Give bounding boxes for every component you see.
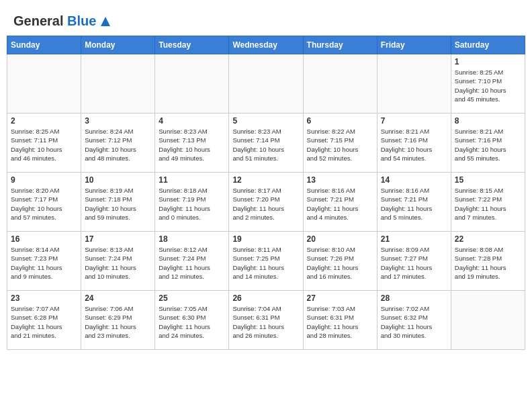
calendar-cell — [303, 54, 377, 113]
day-info: Sunrise: 8:10 AM Sunset: 7:26 PM Dayligh… — [307, 245, 373, 281]
calendar-cell: 1Sunrise: 8:25 AM Sunset: 7:10 PM Daylig… — [451, 54, 525, 113]
day-info: Sunrise: 8:21 AM Sunset: 7:16 PM Dayligh… — [381, 127, 447, 163]
day-number: 7 — [381, 116, 447, 126]
day-number: 23 — [11, 293, 77, 303]
day-info: Sunrise: 8:21 AM Sunset: 7:16 PM Dayligh… — [455, 127, 521, 163]
day-info: Sunrise: 7:04 AM Sunset: 6:31 PM Dayligh… — [232, 304, 299, 340]
calendar-cell: 25Sunrise: 7:05 AM Sunset: 6:30 PM Dayli… — [155, 291, 229, 350]
calendar-cell — [81, 54, 155, 113]
calendar-week-row: 2Sunrise: 8:25 AM Sunset: 7:11 PM Daylig… — [7, 113, 525, 173]
calendar-week-row: 16Sunrise: 8:14 AM Sunset: 7:23 PM Dayli… — [7, 232, 525, 291]
day-number: 28 — [381, 293, 447, 303]
day-number: 24 — [85, 293, 151, 303]
logo: General Blue — [13, 13, 113, 29]
calendar-cell — [7, 54, 81, 113]
day-number: 1 — [455, 57, 521, 66]
calendar-cell: 11Sunrise: 8:18 AM Sunset: 7:19 PM Dayli… — [155, 173, 229, 232]
calendar-header-wednesday: Wednesday — [229, 36, 303, 54]
day-info: Sunrise: 8:09 AM Sunset: 7:27 PM Dayligh… — [381, 245, 447, 281]
calendar-cell: 10Sunrise: 8:19 AM Sunset: 7:18 PM Dayli… — [81, 173, 155, 232]
day-number: 11 — [159, 175, 225, 185]
day-info: Sunrise: 7:02 AM Sunset: 6:32 PM Dayligh… — [381, 304, 447, 340]
calendar-cell: 24Sunrise: 7:06 AM Sunset: 6:29 PM Dayli… — [81, 291, 155, 350]
calendar-cell: 3Sunrise: 8:24 AM Sunset: 7:12 PM Daylig… — [81, 113, 155, 173]
calendar-cell: 18Sunrise: 8:12 AM Sunset: 7:24 PM Dayli… — [155, 232, 229, 291]
day-number: 4 — [159, 116, 225, 126]
logo-text: General Blue — [13, 13, 96, 29]
calendar-header-saturday: Saturday — [451, 36, 525, 54]
calendar-cell: 13Sunrise: 8:16 AM Sunset: 7:21 PM Dayli… — [303, 173, 377, 232]
calendar-cell: 15Sunrise: 8:15 AM Sunset: 7:22 PM Dayli… — [451, 173, 525, 232]
day-number: 16 — [11, 234, 77, 244]
calendar-cell: 20Sunrise: 8:10 AM Sunset: 7:26 PM Dayli… — [303, 232, 377, 291]
day-info: Sunrise: 8:16 AM Sunset: 7:21 PM Dayligh… — [381, 186, 447, 222]
calendar-header-sunday: Sunday — [7, 36, 81, 54]
day-number: 14 — [381, 175, 447, 185]
calendar-cell: 28Sunrise: 7:02 AM Sunset: 6:32 PM Dayli… — [377, 291, 451, 350]
calendar-cell: 17Sunrise: 8:13 AM Sunset: 7:24 PM Dayli… — [81, 232, 155, 291]
calendar-cell: 22Sunrise: 8:08 AM Sunset: 7:28 PM Dayli… — [451, 232, 525, 291]
calendar-header-thursday: Thursday — [303, 36, 377, 54]
calendar-cell: 14Sunrise: 8:16 AM Sunset: 7:21 PM Dayli… — [377, 173, 451, 232]
day-info: Sunrise: 8:11 AM Sunset: 7:25 PM Dayligh… — [232, 245, 299, 281]
calendar-header-monday: Monday — [81, 36, 155, 54]
day-info: Sunrise: 8:17 AM Sunset: 7:20 PM Dayligh… — [232, 186, 299, 222]
calendar-cell: 16Sunrise: 8:14 AM Sunset: 7:23 PM Dayli… — [7, 232, 81, 291]
day-number: 13 — [307, 175, 373, 185]
calendar-header-row: SundayMondayTuesdayWednesdayThursdayFrid… — [7, 36, 525, 54]
day-number: 22 — [455, 234, 521, 244]
day-number: 15 — [455, 175, 521, 185]
day-info: Sunrise: 7:07 AM Sunset: 6:28 PM Dayligh… — [11, 304, 77, 340]
day-info: Sunrise: 8:23 AM Sunset: 7:14 PM Dayligh… — [232, 127, 299, 163]
calendar-cell — [155, 54, 229, 113]
day-number: 27 — [307, 293, 373, 303]
day-info: Sunrise: 8:19 AM Sunset: 7:18 PM Dayligh… — [85, 186, 151, 222]
calendar-week-row: 1Sunrise: 8:25 AM Sunset: 7:10 PM Daylig… — [7, 54, 525, 113]
day-number: 12 — [232, 175, 299, 185]
calendar-table: SundayMondayTuesdayWednesdayThursdayFrid… — [7, 36, 525, 350]
calendar-header-friday: Friday — [377, 36, 451, 54]
calendar-cell: 23Sunrise: 7:07 AM Sunset: 6:28 PM Dayli… — [7, 291, 81, 350]
day-info: Sunrise: 8:14 AM Sunset: 7:23 PM Dayligh… — [11, 245, 77, 281]
day-number: 20 — [307, 234, 373, 244]
day-info: Sunrise: 8:25 AM Sunset: 7:10 PM Dayligh… — [455, 68, 521, 103]
calendar-cell: 2Sunrise: 8:25 AM Sunset: 7:11 PM Daylig… — [7, 113, 81, 173]
day-number: 2 — [11, 116, 77, 126]
day-info: Sunrise: 7:05 AM Sunset: 6:30 PM Dayligh… — [159, 304, 225, 340]
day-info: Sunrise: 8:23 AM Sunset: 7:13 PM Dayligh… — [159, 127, 225, 163]
day-info: Sunrise: 8:25 AM Sunset: 7:11 PM Dayligh… — [11, 127, 77, 163]
calendar-cell: 26Sunrise: 7:04 AM Sunset: 6:31 PM Dayli… — [229, 291, 303, 350]
calendar-week-row: 9Sunrise: 8:20 AM Sunset: 7:17 PM Daylig… — [7, 173, 525, 232]
calendar-cell: 7Sunrise: 8:21 AM Sunset: 7:16 PM Daylig… — [377, 113, 451, 173]
calendar-cell — [451, 291, 525, 350]
day-info: Sunrise: 8:15 AM Sunset: 7:22 PM Dayligh… — [455, 186, 521, 222]
day-number: 10 — [85, 175, 151, 185]
day-number: 8 — [455, 116, 521, 126]
calendar-cell: 27Sunrise: 7:03 AM Sunset: 6:31 PM Dayli… — [303, 291, 377, 350]
day-info: Sunrise: 8:22 AM Sunset: 7:15 PM Dayligh… — [307, 127, 373, 163]
day-info: Sunrise: 8:08 AM Sunset: 7:28 PM Dayligh… — [455, 245, 521, 281]
calendar-week-row: 23Sunrise: 7:07 AM Sunset: 6:28 PM Dayli… — [7, 291, 525, 350]
day-info: Sunrise: 8:12 AM Sunset: 7:24 PM Dayligh… — [159, 245, 225, 281]
calendar-cell: 5Sunrise: 8:23 AM Sunset: 7:14 PM Daylig… — [229, 113, 303, 173]
day-number: 17 — [85, 234, 151, 244]
day-info: Sunrise: 8:20 AM Sunset: 7:17 PM Dayligh… — [11, 186, 77, 222]
calendar-cell: 12Sunrise: 8:17 AM Sunset: 7:20 PM Dayli… — [229, 173, 303, 232]
svg-marker-0 — [101, 17, 110, 26]
day-info: Sunrise: 8:18 AM Sunset: 7:19 PM Dayligh… — [159, 186, 225, 222]
day-info: Sunrise: 8:16 AM Sunset: 7:21 PM Dayligh… — [307, 186, 373, 222]
calendar-cell: 9Sunrise: 8:20 AM Sunset: 7:17 PM Daylig… — [7, 173, 81, 232]
day-info: Sunrise: 8:13 AM Sunset: 7:24 PM Dayligh… — [85, 245, 151, 281]
day-number: 6 — [307, 116, 373, 126]
calendar-cell — [229, 54, 303, 113]
day-number: 21 — [381, 234, 447, 244]
day-info: Sunrise: 7:06 AM Sunset: 6:29 PM Dayligh… — [85, 304, 151, 340]
calendar-cell: 19Sunrise: 8:11 AM Sunset: 7:25 PM Dayli… — [229, 232, 303, 291]
day-info: Sunrise: 7:03 AM Sunset: 6:31 PM Dayligh… — [307, 304, 373, 340]
calendar-cell: 4Sunrise: 8:23 AM Sunset: 7:13 PM Daylig… — [155, 113, 229, 173]
day-number: 5 — [232, 116, 299, 126]
day-info: Sunrise: 8:24 AM Sunset: 7:12 PM Dayligh… — [85, 127, 151, 163]
day-number: 26 — [232, 293, 299, 303]
day-number: 19 — [232, 234, 299, 244]
day-number: 9 — [11, 175, 77, 185]
